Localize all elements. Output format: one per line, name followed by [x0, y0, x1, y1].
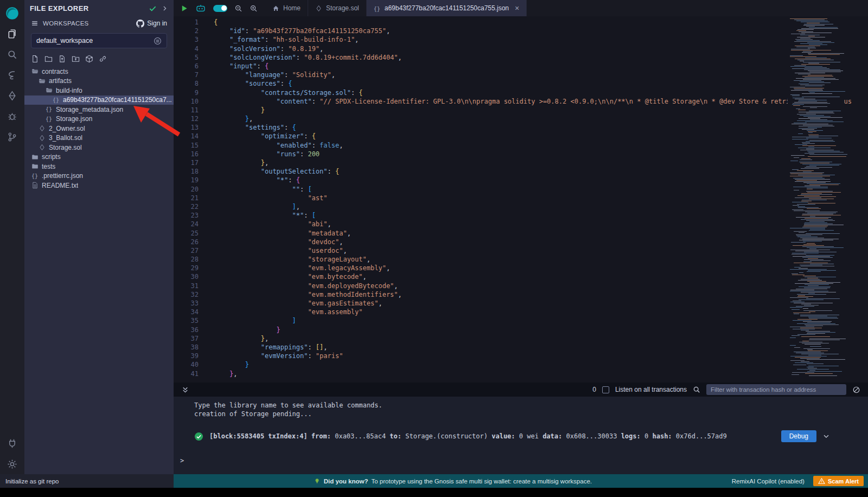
tree-item-scripts[interactable]: scripts [24, 152, 174, 162]
code-line[interactable]: }, [214, 114, 868, 123]
tree-item-artifacts[interactable]: artifacts [24, 77, 174, 86]
new-folder-icon[interactable] [44, 55, 53, 63]
code-line[interactable]: "metadata", [214, 229, 868, 238]
tree-item-contracts[interactable]: contracts [24, 67, 174, 77]
code-line[interactable]: "evmVersion": "paris" [214, 352, 868, 360]
copilot-status[interactable]: RemixAI Copilot (enabled) [732, 478, 805, 485]
tree-item-build-info[interactable]: build-info [24, 86, 174, 95]
zoom-in-icon[interactable] [250, 4, 258, 12]
code-line[interactable]: "abi", [214, 220, 868, 228]
tree-item-tests[interactable]: tests [24, 162, 174, 171]
code-line[interactable]: { [214, 18, 868, 27]
tree-item-3-ballot-sol[interactable]: 3_Ballot.sol [24, 133, 174, 143]
rail-compiler[interactable] [0, 65, 24, 85]
tree-item-storage-sol[interactable]: Storage.sol [24, 143, 174, 152]
code-line[interactable]: "runs": 200 [214, 150, 868, 158]
rail-settings[interactable] [0, 454, 24, 474]
code-line[interactable]: "content": "// SPDX-License-Identifier: … [214, 97, 868, 106]
rail-plugin-manager[interactable] [0, 433, 24, 454]
code-line[interactable]: "_format": "hh-sol-build-info-1", [214, 35, 868, 44]
code-line[interactable]: "evm.methodIdentifiers", [214, 290, 868, 299]
tree-item-2-owner-sol[interactable]: 2_Owner.sol [24, 124, 174, 133]
code-line[interactable]: "": [ [214, 185, 868, 194]
expand-tx-icon[interactable] [822, 432, 830, 440]
hamburger-menu-icon[interactable] [31, 20, 39, 27]
code-line[interactable]: "evm.assembly" [214, 308, 868, 316]
upload-file-icon[interactable] [58, 55, 66, 63]
code-line[interactable]: "input": { [214, 62, 868, 71]
close-tab-icon[interactable]: × [515, 4, 519, 12]
code-line[interactable]: "contracts/Storage.sol": { [214, 88, 868, 97]
tree-item-storage-json[interactable]: {}Storage.json [24, 114, 174, 124]
template-box-icon[interactable] [85, 55, 93, 63]
tab-a69b43f277ba20fcac141151250ca755-json[interactable]: {}a69b43f277ba20fcac141151250ca755.json× [367, 0, 527, 16]
rail-debugger[interactable] [0, 106, 24, 126]
rail-git[interactable] [0, 126, 24, 147]
code-line[interactable]: "solcLongVersion": "0.8.19+commit.7dd6d4… [214, 53, 868, 62]
code-line[interactable]: "ast" [214, 194, 868, 202]
code-line[interactable]: "userdoc", [214, 246, 868, 255]
terminal[interactable]: Type the library name to see available c… [174, 397, 868, 474]
github-icon [136, 20, 144, 28]
link-icon[interactable] [99, 55, 107, 63]
tab-storage-sol[interactable]: Storage.sol [308, 0, 367, 16]
code-line[interactable]: ], [214, 202, 868, 211]
upload-folder-icon[interactable] [72, 55, 80, 63]
debug-button[interactable]: Debug [781, 430, 816, 442]
code-line[interactable]: "language": "Solidity", [214, 71, 868, 79]
code-line[interactable]: "evm.bytecode", [214, 272, 868, 281]
code-line[interactable]: "optimizer": { [214, 132, 868, 141]
code-line[interactable]: "evm.deployedBytecode", [214, 282, 868, 290]
code-line[interactable]: "storageLayout", [214, 255, 868, 264]
code-line[interactable]: "enabled": false, [214, 141, 868, 150]
copilot-toggle[interactable] [213, 5, 227, 12]
code-line[interactable]: "id": "a69b43f277ba20fcac141151250ca755"… [214, 27, 868, 35]
git-init-button[interactable]: Initialize as git repo [0, 474, 174, 488]
code-line[interactable]: "devdoc", [214, 238, 868, 246]
rail-deploy-run[interactable] [0, 85, 24, 106]
tree-item--prettierrc-json[interactable]: {}.prettierrc.json [24, 171, 174, 181]
expand-terminal-icon[interactable] [181, 386, 189, 394]
code-line[interactable]: "remappings": [], [214, 343, 868, 352]
code-line[interactable]: "sources": { [214, 79, 868, 88]
transaction-row[interactable]: [block:5583405 txIndex:4] from: 0xa03...… [194, 430, 868, 442]
tree-item-a69b43f277ba20fcac141151250ca7-[interactable]: {}a69b43f277ba20fcac141151250ca7... [24, 95, 174, 105]
rail-search[interactable] [0, 44, 24, 65]
code-line[interactable]: }, [214, 369, 868, 378]
new-file-icon[interactable] [31, 55, 39, 63]
code-editor[interactable]: 1234567891011121314151617181920212223242… [174, 16, 868, 383]
terminal-prompt[interactable]: > [180, 456, 868, 465]
code-line[interactable]: } [214, 326, 868, 334]
filter-input[interactable] [706, 384, 846, 395]
code-line[interactable]: } [214, 360, 868, 369]
tab-home[interactable]: Home [265, 0, 308, 16]
ai-assistant-icon[interactable] [195, 4, 206, 12]
chevron-right-icon[interactable] [161, 5, 168, 12]
code-line[interactable]: } [214, 106, 868, 114]
code-line[interactable]: ] [214, 316, 868, 325]
scam-alert-badge[interactable]: Scam Alert [813, 476, 864, 486]
rail-remix-logo[interactable] [0, 3, 24, 23]
listen-checkbox[interactable] [602, 386, 609, 393]
tree-item-storage-metadata-json[interactable]: {}Storage_metadata.json [24, 105, 174, 114]
zoom-out-icon[interactable] [234, 4, 242, 12]
code-line[interactable]: "settings": { [214, 123, 868, 132]
sign-in-button[interactable]: Sign in [136, 20, 167, 28]
clear-console-icon[interactable] [852, 386, 860, 394]
search-icon[interactable] [693, 386, 700, 393]
code-line[interactable]: "outputSelection": { [214, 167, 868, 176]
minimap[interactable] [788, 16, 847, 383]
workspace-select[interactable]: default_workspace [31, 33, 167, 48]
tree-item-readme-txt[interactable]: README.txt [24, 181, 174, 190]
code-line[interactable]: "*": { [214, 176, 868, 184]
code-line[interactable]: "evm.legacyAssembly", [214, 264, 868, 272]
code-line[interactable]: "evm.gasEstimates", [214, 299, 868, 308]
run-script-icon[interactable] [180, 4, 188, 12]
listen-label[interactable]: Listen on all transactions [615, 386, 687, 393]
workspace-options-icon[interactable] [154, 37, 162, 45]
rail-file-explorer[interactable] [0, 23, 24, 44]
code-line[interactable]: "*": [ [214, 211, 868, 220]
code-line[interactable]: }, [214, 158, 868, 167]
code-line[interactable]: "solcVersion": "0.8.19", [214, 44, 868, 53]
code-line[interactable]: }, [214, 334, 868, 343]
